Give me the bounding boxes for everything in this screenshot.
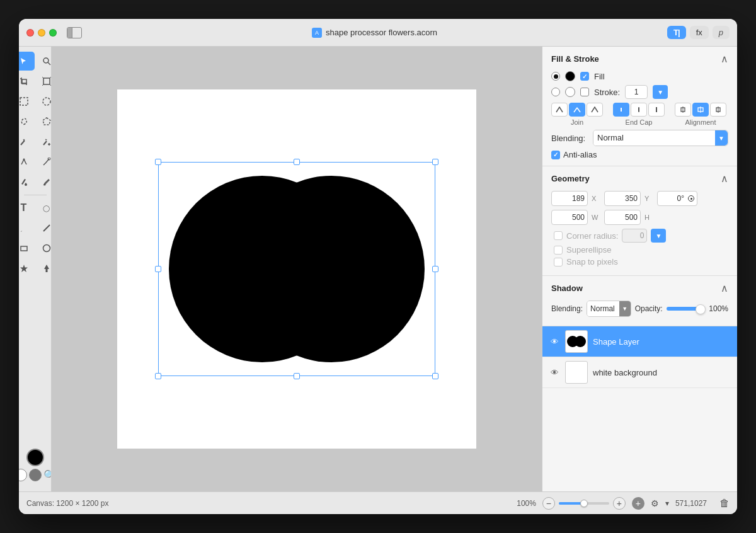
alignment-buttons bbox=[675, 103, 726, 117]
lasso-tool[interactable] bbox=[19, 112, 35, 131]
fill-checkbox[interactable] bbox=[580, 72, 589, 81]
magic-wand-plus-tool[interactable] bbox=[36, 132, 52, 151]
end-cap-btn-3[interactable] bbox=[648, 103, 665, 117]
align-btn-2[interactable] bbox=[692, 103, 709, 117]
rectangle-tool[interactable] bbox=[19, 239, 35, 258]
pen-tool[interactable] bbox=[19, 152, 35, 171]
corner-radius-label: Corner radius: bbox=[566, 231, 618, 241]
blending-dropdown-arrow[interactable]: ▼ bbox=[715, 130, 728, 146]
handle-middle-right[interactable] bbox=[432, 266, 438, 272]
sidebar-toggle[interactable] bbox=[67, 27, 82, 38]
polygon-lasso-tool[interactable] bbox=[36, 112, 52, 131]
vector-pen-tool[interactable] bbox=[36, 152, 52, 171]
blending-row: Blending: Normal ▼ bbox=[551, 130, 728, 146]
tool-row-4 bbox=[19, 112, 52, 131]
rect-select-tool[interactable] bbox=[19, 92, 35, 111]
zoom-plus-button[interactable]: + bbox=[613, 497, 626, 510]
fill-stroke-collapse[interactable]: ∧ bbox=[721, 53, 728, 65]
zoom-minus-button[interactable]: − bbox=[542, 497, 555, 510]
zoom-slider-track[interactable] bbox=[559, 502, 609, 505]
close-button[interactable] bbox=[26, 29, 34, 37]
handle-top-center-sq[interactable] bbox=[294, 159, 300, 165]
crop-tool[interactable] bbox=[19, 72, 35, 91]
corner-radius-input[interactable] bbox=[622, 229, 647, 243]
tools-panel-button[interactable]: T| bbox=[667, 26, 686, 39]
rotation-input[interactable]: 0° bbox=[657, 191, 697, 206]
background-color-well[interactable] bbox=[19, 469, 27, 481]
foreground-color-well[interactable] bbox=[26, 449, 44, 466]
zoom-controls: − + bbox=[542, 497, 626, 510]
align-btn-1[interactable] bbox=[675, 103, 691, 117]
handle-bottom-right[interactable] bbox=[432, 373, 438, 379]
brush-tool[interactable] bbox=[19, 219, 35, 238]
handle-bottom-left[interactable] bbox=[155, 373, 161, 379]
ellipse-select-tool[interactable] bbox=[36, 92, 52, 111]
layer-row-0[interactable]: 👁 Shape Layer bbox=[542, 326, 737, 357]
maximize-button[interactable] bbox=[49, 29, 57, 37]
handle-top-left[interactable] bbox=[155, 159, 161, 165]
trash-button[interactable]: 🗑 bbox=[719, 498, 730, 509]
y-input[interactable] bbox=[604, 191, 641, 206]
anti-alias-row: Anti-alias bbox=[551, 150, 728, 159]
shadow-blending-arrow[interactable]: ▼ bbox=[619, 301, 631, 316]
stroke-checkbox[interactable] bbox=[580, 88, 589, 96]
stroke-width-input[interactable] bbox=[625, 85, 648, 99]
zoom-to-fit-button[interactable]: 🔍 bbox=[43, 469, 52, 481]
opacity-slider[interactable] bbox=[667, 307, 706, 311]
snap-to-pixels-checkbox[interactable] bbox=[554, 258, 563, 266]
transform-tool[interactable] bbox=[36, 72, 52, 91]
join-btn-1[interactable] bbox=[551, 103, 568, 117]
fill-radio[interactable] bbox=[551, 72, 560, 81]
h-input[interactable] bbox=[604, 210, 641, 225]
minimize-button[interactable] bbox=[38, 29, 45, 37]
geometry-collapse[interactable]: ∧ bbox=[721, 173, 728, 185]
zoom-tool[interactable] bbox=[36, 52, 52, 71]
type-tool[interactable]: T bbox=[19, 198, 35, 217]
arrow-tool[interactable] bbox=[19, 52, 35, 71]
handle-top-right[interactable] bbox=[432, 159, 438, 165]
geometry-section: Geometry ∧ X Y 0° W bbox=[542, 166, 737, 276]
shadow-collapse[interactable]: ∧ bbox=[721, 282, 728, 294]
line-tool[interactable] bbox=[36, 219, 52, 238]
anti-alias-checkbox[interactable] bbox=[551, 151, 560, 159]
add-layer-button[interactable]: + bbox=[632, 497, 644, 510]
w-input[interactable] bbox=[551, 210, 588, 225]
shape-tool[interactable]: ◯ bbox=[36, 198, 52, 217]
join-btn-3[interactable] bbox=[587, 103, 603, 117]
star-tool[interactable] bbox=[19, 259, 35, 278]
layer-visibility-1[interactable]: 👁 bbox=[549, 367, 560, 378]
handle-middle-left[interactable] bbox=[155, 266, 161, 272]
corner-type-dropdown[interactable]: ▼ bbox=[651, 229, 666, 243]
shadow-blending-value: Normal bbox=[587, 301, 619, 316]
stroke-radio[interactable] bbox=[551, 88, 560, 96]
layer-row-1[interactable]: 👁 white background bbox=[542, 357, 737, 388]
stroke-color-swatch[interactable] bbox=[565, 87, 575, 97]
x-input[interactable] bbox=[551, 191, 588, 206]
eyedropper-tool[interactable] bbox=[36, 173, 52, 192]
settings-button[interactable]: ⚙ bbox=[651, 498, 659, 508]
align-btn-3[interactable] bbox=[710, 103, 726, 117]
join-group: Join bbox=[551, 103, 603, 126]
left-toolbar: T ◯ bbox=[19, 47, 52, 491]
swap-colors-button[interactable] bbox=[29, 469, 42, 481]
superellipse-checkbox[interactable] bbox=[554, 246, 563, 255]
handle-bottom-center[interactable] bbox=[294, 373, 300, 379]
p-panel-button[interactable]: p bbox=[713, 26, 730, 39]
fx-panel-button[interactable]: fx bbox=[690, 26, 709, 39]
ellipse-tool[interactable] bbox=[36, 239, 52, 258]
stroke-type-dropdown[interactable]: ▼ bbox=[653, 85, 668, 99]
shadow-blending-select[interactable]: Normal ▼ bbox=[587, 301, 631, 317]
arrow-up-tool[interactable] bbox=[36, 259, 52, 278]
shape-container[interactable] bbox=[158, 162, 435, 376]
end-cap-btn-1[interactable] bbox=[613, 103, 629, 117]
blending-select[interactable]: Normal ▼ bbox=[593, 130, 728, 146]
rotation-circle bbox=[688, 195, 694, 202]
end-cap-btn-2[interactable] bbox=[631, 103, 647, 117]
magic-wand-tool[interactable] bbox=[19, 132, 35, 151]
canvas[interactable] bbox=[117, 89, 476, 449]
fill-bucket-tool[interactable] bbox=[19, 173, 35, 192]
fill-color-swatch[interactable] bbox=[565, 71, 575, 81]
corner-radius-checkbox[interactable] bbox=[554, 231, 563, 240]
join-btn-2[interactable] bbox=[569, 103, 585, 117]
layer-visibility-0[interactable]: 👁 bbox=[549, 336, 560, 347]
